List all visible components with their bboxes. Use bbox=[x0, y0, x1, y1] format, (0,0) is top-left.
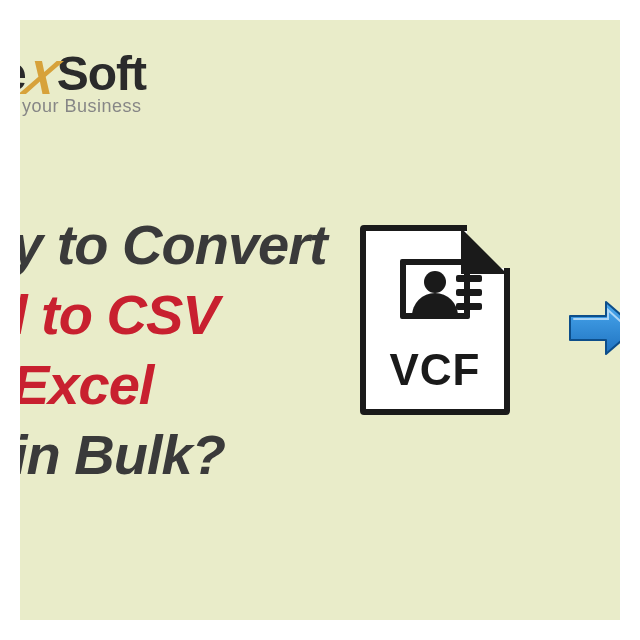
headline-line-1: y to Convert bbox=[20, 210, 360, 280]
detail-line-icon bbox=[456, 275, 482, 282]
banner-card: eXSoft your Business y to Convert l to C… bbox=[20, 20, 620, 620]
logo-suffix: Soft bbox=[57, 47, 146, 100]
dashed-border: eXSoft your Business y to Convert l to C… bbox=[20, 20, 620, 620]
detail-line-icon bbox=[456, 303, 482, 310]
logo-word: eXSoft bbox=[20, 50, 146, 98]
headline-text: y to Convert l to CSV Excel in Bulk? bbox=[20, 210, 360, 490]
portrait-body bbox=[412, 293, 458, 319]
brand-logo: eXSoft your Business bbox=[20, 50, 146, 117]
vcf-file-icon: VCF bbox=[360, 225, 510, 415]
detail-line-icon bbox=[456, 289, 482, 296]
thumbnail-frame: eXSoft your Business y to Convert l to C… bbox=[0, 0, 640, 640]
arrow-right-icon bbox=[568, 298, 620, 358]
file-type-label: VCF bbox=[366, 345, 504, 395]
portrait-head bbox=[424, 271, 446, 293]
page-fold-icon bbox=[467, 222, 513, 268]
headline-line-2: l to CSV Excel bbox=[20, 280, 360, 420]
headline-line-3: in Bulk? bbox=[20, 420, 360, 490]
